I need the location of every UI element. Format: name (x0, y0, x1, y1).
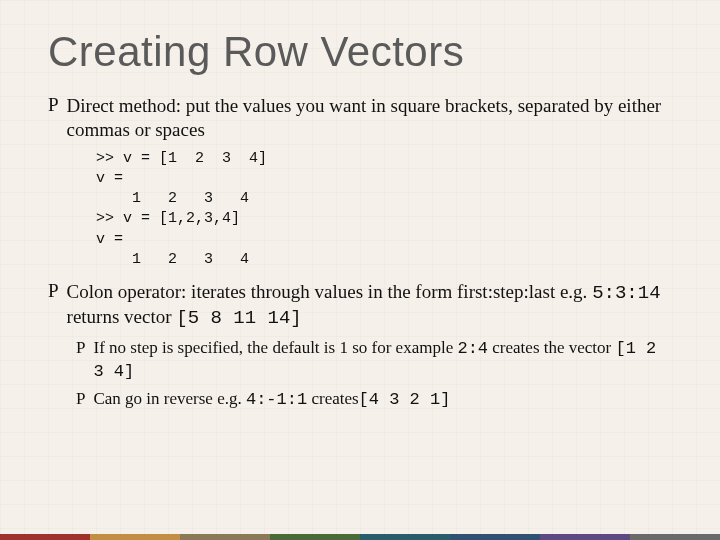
code-inline: 5:3:14 (592, 282, 660, 304)
r0: Can go in reverse e.g. (93, 389, 245, 408)
bullet-icon: P (48, 280, 59, 303)
slide: Creating Row Vectors P Direct method: pu… (0, 0, 720, 435)
code-inline: [4 3 2 1] (359, 390, 451, 409)
bullet-icon: P (76, 388, 85, 410)
page-title: Creating Row Vectors (48, 28, 672, 76)
bullet-icon: P (48, 94, 59, 117)
t0: Colon operator: iterates through values … (67, 281, 593, 302)
code-inline: [5 8 11 14] (176, 307, 301, 329)
sub-text: Can go in reverse e.g. 4:-1:1 creates[4 … (93, 388, 672, 411)
sub-bullet-nostep: P If no step is specified, the default i… (76, 337, 672, 384)
bullet-text: Colon operator: iterates through values … (67, 280, 672, 331)
sub-bullet-reverse: P Can go in reverse e.g. 4:-1:1 creates[… (76, 388, 672, 411)
bullet-direct-method: P Direct method: put the values you want… (48, 94, 672, 143)
bullet-text: Direct method: put the values you want i… (67, 94, 672, 143)
sub-text: If no step is specified, the default is … (93, 337, 672, 384)
bullet-icon: P (76, 337, 85, 359)
code-inline: 4:-1:1 (246, 390, 307, 409)
bullet-colon-operator: P Colon operator: iterates through value… (48, 280, 672, 331)
s2: creates the vector (488, 338, 615, 357)
code-block-direct: >> v = [1 2 3 4] v = 1 2 3 4 >> v = [1,2… (96, 149, 672, 271)
code-inline: 2:4 (457, 339, 488, 358)
t2: returns vector (67, 306, 177, 327)
decorative-border (0, 534, 720, 540)
s0: If no step is specified, the default is … (93, 338, 457, 357)
r2: creates (307, 389, 358, 408)
